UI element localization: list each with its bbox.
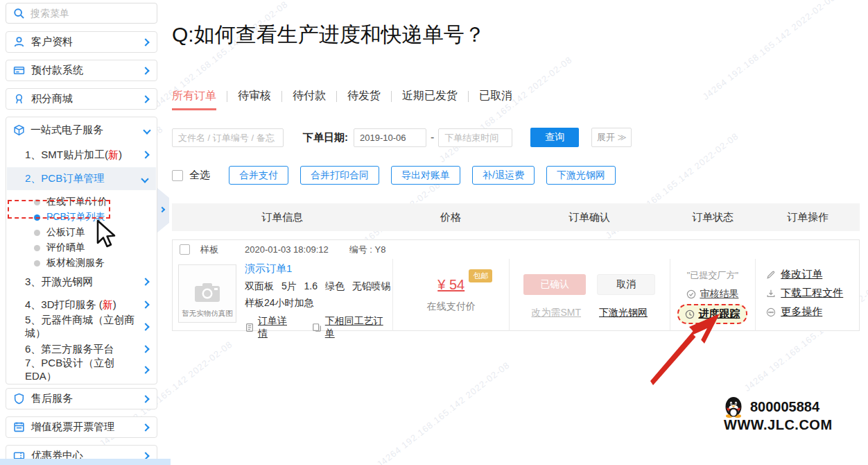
change-to-smt-link[interactable]: 改为需SMT [531, 307, 581, 319]
sidebar-item-label: 4、3D打印服务 (新) [25, 298, 116, 312]
sidebar-item-one-stop-service[interactable]: 一站式电子服务 [13, 124, 150, 137]
order-detail-link[interactable]: 订单详情 [245, 315, 297, 340]
export-statement-button[interactable]: 导出对账单 [391, 166, 460, 185]
order-name-link[interactable]: 演示订单1 [245, 262, 392, 276]
sidebar-item-label: 6、第三方服务平台 [25, 343, 114, 356]
sidebar-item-component-mall[interactable]: 5、元器件商城（立创商城） [25, 319, 148, 335]
order-detail-icon [245, 323, 254, 332]
tab-recently-shipped[interactable]: 近期已发货 [392, 89, 468, 110]
order-row-header: 样板 2020-01-03 18:09:12 编号 : Y8 [173, 240, 859, 259]
sidebar-item-label: 客户资料 [31, 35, 73, 49]
sidebar-item-vat-invoice[interactable]: 增值税票开票管理 [6, 416, 157, 438]
order-row: 样板 2020-01-03 18:09:12 编号 : Y8 暂无实物仿真图 演… [172, 239, 860, 331]
tab-pending-review[interactable]: 待审核 [227, 89, 281, 110]
new-badge: 新 [103, 298, 113, 310]
tab-pending-shipment[interactable]: 待发货 [337, 89, 391, 110]
sidebar-item-laser-stencil[interactable]: 3、开激光钢网 [25, 273, 148, 290]
invoice-icon [13, 421, 25, 433]
sidebar-item-aftersales[interactable]: 售后服务 [6, 388, 157, 409]
order-checkbox[interactable] [180, 244, 190, 255]
chevron-down-icon [141, 175, 148, 183]
download-files-link[interactable]: 下载工程文件 [766, 287, 859, 300]
sidebar-item-3d-print[interactable]: 4、3D打印服务 (新) [25, 296, 148, 313]
order-type: 样板 [200, 244, 218, 256]
edit-icon [766, 270, 776, 280]
qq-contact: 800005884 [724, 396, 819, 418]
cancel-order-button[interactable]: 取消 [597, 274, 655, 295]
prepaid-card-icon [13, 65, 25, 76]
merge-pay-button[interactable]: 合并支付 [229, 166, 288, 185]
sidebar-subitem-label: 板材检测服务 [46, 257, 105, 269]
price-note: 在线支付价 [427, 301, 476, 313]
thumbnail-caption: 暂无实物仿真图 [179, 309, 236, 319]
more-icon [766, 307, 776, 317]
order-spec: 双面板 5片 1.6 绿色 无铅喷锡 [245, 280, 392, 293]
select-all-label: 全选 [189, 169, 210, 182]
download-icon [766, 289, 776, 298]
sidebar-group-title: 一站式电子服务 [31, 124, 103, 137]
search-icon [13, 8, 25, 19]
sidebar-service-group: 一站式电子服务 1、SMT贴片加工(新) 2、PCB订单管理 在线下单/计价 P… [6, 117, 157, 384]
end-date-input[interactable] [438, 128, 512, 147]
expand-button[interactable]: 展开 ≫ [591, 128, 632, 147]
sidebar-item-pcb-order-mgmt[interactable]: 2、PCB订单管理 [7, 167, 156, 190]
chevron-right-icon [141, 323, 149, 330]
date-label: 下单日期: [303, 131, 348, 144]
sidebar-item-points-mall[interactable]: 积分商城 [6, 88, 157, 110]
ops-cell: 修改订单 下载工程文件 更多操作 [755, 259, 859, 331]
bullet-dot-icon [34, 230, 40, 236]
chevron-right-icon [141, 345, 149, 353]
sidebar-item-label: 7、PCB设计（立创EDA） [25, 357, 143, 383]
tab-pending-payment[interactable]: 待付款 [282, 89, 336, 110]
sidebar-subitem-material-test[interactable]: 板材检测服务 [34, 255, 105, 271]
order-number: 编号 : Y8 [349, 244, 386, 256]
sidebar-subitem-label: 公板订单 [46, 226, 85, 239]
confirmed-button: 已确认 [523, 274, 586, 295]
user-icon [13, 36, 25, 48]
website-url: WWW.JLC.COM [724, 417, 833, 433]
tab-all-orders[interactable]: 所有订单 [172, 89, 227, 110]
start-date-input[interactable] [354, 128, 426, 147]
sidebar-subitem-review[interactable]: 评价晒单 [34, 240, 85, 255]
status-text: "已提交厂方" [687, 269, 738, 282]
same-process-icon [312, 323, 322, 332]
select-all-checkbox[interactable] [172, 170, 183, 181]
aftersales-icon [13, 393, 25, 405]
col-confirm: 订单确认 [509, 211, 670, 224]
bulk-action-bar: 全选 合并支付 合并打印合同 导出对账单 补/退运费 下激光钢网 [172, 166, 616, 185]
query-button[interactable]: 查询 [530, 128, 579, 147]
sidebar-item-smt[interactable]: 1、SMT贴片加工(新) [25, 146, 148, 163]
tab-cancelled[interactable]: 已取消 [469, 89, 523, 110]
more-actions-link[interactable]: 更多操作 [766, 305, 859, 319]
order-info-cell: 暂无实物仿真图 演示订单1 双面板 5片 1.6 绿色 无铅喷锡 样板24小时加… [173, 259, 392, 331]
table-header: 订单信息 价格 订单确认 订单状态 订单操作 [172, 203, 860, 231]
sidebar-collapse-handle[interactable] [157, 188, 169, 232]
same-process-order-link[interactable]: 下相同工艺订单 [312, 315, 393, 340]
sidebar-item-label: 增值税票开票管理 [31, 421, 114, 434]
sidebar-item-label: 积分商城 [31, 92, 73, 105]
order-datetime: 2020-01-03 18:09:12 [245, 244, 329, 255]
menu-search-box[interactable] [6, 3, 157, 24]
sidebar-subitem-label: 评价晒单 [46, 242, 85, 254]
modify-order-link[interactable]: 修改订单 [766, 268, 859, 281]
order-rush-note: 样板24小时加急 [245, 297, 392, 310]
sidebar-subitem-public-board[interactable]: 公板订单 [34, 225, 85, 240]
sidebar-item-label: 售后服务 [31, 392, 73, 405]
order-tabs: 所有订单 待审核 待付款 待发货 近期已发货 已取消 [172, 89, 523, 110]
sidebar-item-label: 预付款系统 [31, 64, 83, 77]
merge-print-contract-button[interactable]: 合并打印合同 [300, 166, 379, 185]
sidebar-item-pcb-design[interactable]: 7、PCB设计（立创EDA） [25, 362, 148, 378]
keyword-input[interactable] [172, 128, 284, 147]
sidebar-item-customer-info[interactable]: 客户资料 [6, 31, 157, 53]
laser-stencil-button[interactable]: 下激光钢网 [546, 166, 616, 185]
review-result-link[interactable]: 审核结果 [686, 288, 738, 301]
sidebar-item-prepaid-system[interactable]: 预付款系统 [6, 60, 157, 81]
refund-freight-button[interactable]: 补/退运费 [472, 166, 535, 185]
menu-search-input[interactable] [31, 8, 141, 19]
pcb-order-help-page: J4264 192.168.165.142 2022-02-08 J4264 1… [0, 0, 868, 465]
order-price-link[interactable]: ¥ 54 [437, 277, 465, 292]
col-ops: 订单操作 [756, 211, 860, 224]
sidebar-item-third-party[interactable]: 6、第三方服务平台 [25, 341, 148, 357]
chevron-right-icon [141, 38, 149, 46]
filter-bar: 下单日期: - 查询 展开 ≫ [172, 128, 632, 147]
